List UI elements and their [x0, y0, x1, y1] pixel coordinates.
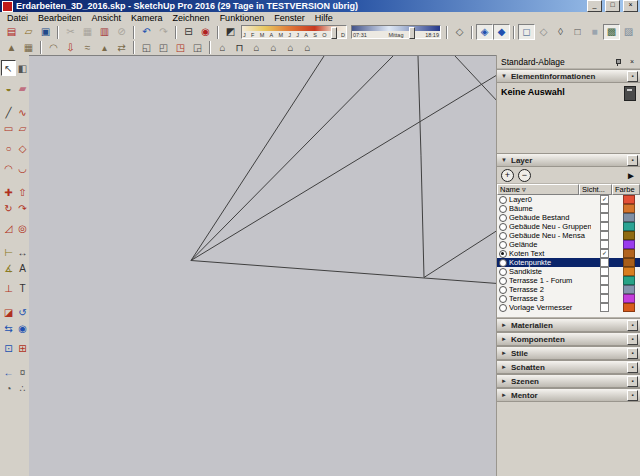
current-layer-radio[interactable] — [499, 241, 507, 249]
model-edge[interactable] — [191, 75, 497, 261]
tool-zoom-extents[interactable]: ⊞ — [15, 340, 30, 356]
sandbox-from-scratch-button[interactable]: ▦ — [20, 40, 37, 56]
layer-color-swatch[interactable] — [623, 249, 635, 258]
section-header-materialien[interactable]: ►Materialien▪ — [497, 318, 640, 332]
visibility-checkbox[interactable]: ✓ — [600, 249, 609, 258]
menu-ansicht[interactable]: Ansicht — [87, 12, 127, 24]
layer-row[interactable]: Kotenpunkte — [497, 258, 640, 267]
new-button[interactable]: ▤ — [3, 24, 20, 40]
shadow-settings-button[interactable]: ◩ — [222, 24, 239, 40]
column-header-visible[interactable]: Sicht... — [579, 184, 612, 195]
menu-zeichnen[interactable]: Zeichnen — [168, 12, 215, 24]
current-layer-radio[interactable] — [499, 277, 507, 285]
model-edge[interactable] — [424, 231, 497, 278]
tool-polygon[interactable]: ◇ — [15, 140, 30, 156]
layer-color-swatch[interactable] — [623, 294, 635, 303]
visibility-checkbox[interactable] — [600, 285, 609, 294]
current-layer-radio[interactable] — [499, 295, 507, 303]
view-iso-button[interactable]: ⌂ — [214, 40, 231, 56]
visibility-checkbox[interactable]: ✓ — [600, 195, 609, 204]
tool-axes[interactable]: ⊥ — [1, 280, 16, 296]
open-button[interactable]: ▱ — [20, 24, 37, 40]
add-layer-button[interactable]: + — [501, 169, 514, 182]
layer-color-swatch[interactable] — [623, 213, 635, 222]
layer-color-swatch[interactable] — [623, 258, 635, 267]
tool-rotated-rectangle[interactable]: ▱ — [15, 120, 30, 136]
trim-button[interactable]: ◲ — [189, 40, 206, 56]
close-button[interactable]: × — [623, 0, 638, 12]
view-front-button[interactable]: ⌂ — [248, 40, 265, 56]
model-edge[interactable] — [421, 156, 424, 278]
flip-edge-button[interactable]: ⇄ — [113, 40, 130, 56]
current-layer-radio[interactable] — [499, 250, 507, 258]
visibility-checkbox[interactable] — [600, 303, 609, 312]
tool-dimension[interactable]: ↔ — [15, 244, 30, 260]
model-edge[interactable] — [191, 56, 393, 261]
column-header-name[interactable]: Name ▿ — [497, 184, 579, 195]
visibility-checkbox[interactable] — [600, 231, 609, 240]
stile-detach-button[interactable]: ▪ — [627, 348, 638, 359]
column-header-color[interactable]: Farbe — [612, 184, 640, 195]
tool-push-pull[interactable]: ⇧ — [15, 184, 30, 200]
menu-bearbeiten[interactable]: Bearbeiten — [33, 12, 87, 24]
mentor-detach-button[interactable]: ▪ — [627, 390, 638, 401]
section-header-mentor[interactable]: ►Mentor▪ — [497, 388, 640, 402]
section-header-stile[interactable]: ►Stile▪ — [497, 346, 640, 360]
print-button[interactable]: ⊟ — [180, 24, 197, 40]
model-info-button[interactable]: ◉ — [197, 24, 214, 40]
model-edge[interactable] — [191, 56, 324, 261]
tool-zoom-window[interactable]: ⊡ — [1, 340, 16, 356]
section-header-komponenten[interactable]: ►Komponenten▪ — [497, 332, 640, 346]
shadow-time-slider[interactable]: 07:31Mittag18:19 — [351, 25, 441, 39]
layer-row[interactable]: Bäume — [497, 204, 640, 213]
smoove-button[interactable]: ◠ — [45, 40, 62, 56]
current-layer-radio[interactable] — [499, 286, 507, 294]
layer-row[interactable]: Vorlage Vermesser — [497, 303, 640, 312]
tool-orbit[interactable]: ↺ — [15, 304, 30, 320]
tool-tape-measure[interactable]: ⊢ — [1, 244, 16, 260]
tool-select[interactable]: ↖ — [1, 60, 16, 76]
layer-row[interactable]: Gelände — [497, 240, 640, 249]
tool-follow-me[interactable]: ↷ — [15, 200, 30, 216]
layer-color-swatch[interactable] — [623, 231, 635, 240]
visibility-checkbox[interactable] — [600, 294, 609, 303]
restore-button[interactable]: □ — [605, 0, 620, 12]
tool-line[interactable]: ╱ — [1, 104, 16, 120]
menu-fenster[interactable]: Fenster — [269, 12, 310, 24]
face-style-monochrome-button[interactable]: ▨ — [620, 24, 637, 40]
layer-row[interactable]: Layer0✓ — [497, 195, 640, 204]
layer-row[interactable]: Terrasse 1 - Forum — [497, 276, 640, 285]
tool-previous-view[interactable]: ← — [1, 364, 16, 380]
tool-arc[interactable]: ◠ — [1, 160, 16, 176]
layer-color-swatch[interactable] — [623, 222, 635, 231]
menu-funktionen[interactable]: Funktionen — [215, 12, 270, 24]
face-style-back-edges-button[interactable]: ◇ — [535, 24, 552, 40]
current-layer-radio[interactable] — [499, 268, 507, 276]
current-layer-radio[interactable] — [499, 196, 507, 204]
layer-color-swatch[interactable] — [623, 195, 635, 204]
current-layer-radio[interactable] — [499, 259, 507, 267]
visibility-checkbox[interactable] — [600, 276, 609, 285]
layers-detach-button[interactable]: ▪ — [627, 155, 638, 166]
tool-look-around[interactable]: ◔ — [1, 380, 16, 396]
paste-button[interactable]: ▥ — [96, 24, 113, 40]
visibility-checkbox[interactable] — [600, 213, 609, 222]
layer-row[interactable]: Terrasse 3 — [497, 294, 640, 303]
layer-color-swatch[interactable] — [623, 285, 635, 294]
face-style-hidden-line-button[interactable]: □ — [569, 24, 586, 40]
layer-color-swatch[interactable] — [623, 303, 635, 312]
add-detail-button[interactable]: ▴ — [96, 40, 113, 56]
sandbox-from-contours-button[interactable]: ▲ — [3, 40, 20, 56]
szenen-detach-button[interactable]: ▪ — [627, 376, 638, 387]
current-layer-radio[interactable] — [499, 214, 507, 222]
tool-text[interactable]: A — [15, 260, 30, 276]
face-style-wireframe-button[interactable]: ◊ — [552, 24, 569, 40]
tool-circle[interactable]: ○ — [1, 140, 16, 156]
time-slider-handle[interactable] — [409, 27, 415, 39]
current-layer-radio[interactable] — [499, 232, 507, 240]
tool-move[interactable]: ✚ — [1, 184, 16, 200]
section-header-entity-info[interactable]: ▼ Elementinformationen ▪ — [497, 69, 640, 83]
layer-row[interactable]: Gebäude Bestand — [497, 213, 640, 222]
menu-hilfe[interactable]: Hilfe — [310, 12, 338, 24]
visibility-checkbox[interactable] — [600, 267, 609, 276]
